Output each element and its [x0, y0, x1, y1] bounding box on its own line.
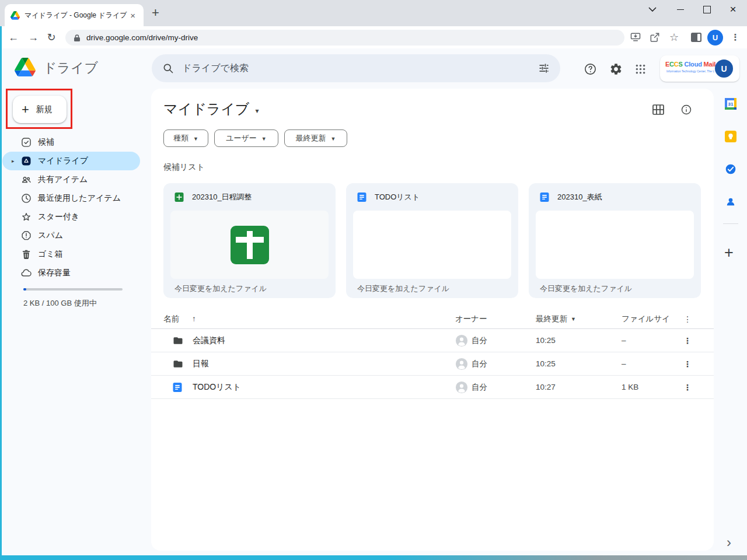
- search-input[interactable]: ドライブで検索: [152, 54, 560, 82]
- forward-icon[interactable]: →: [26, 26, 41, 48]
- grid-view-icon[interactable]: [651, 103, 665, 117]
- search-options-tune-icon[interactable]: [538, 62, 550, 74]
- browser-menu-kebab-icon[interactable]: ⋮: [727, 26, 744, 48]
- contacts-icon[interactable]: [725, 196, 736, 208]
- table-row[interactable]: TODOリスト 自分 10:27 1 KB ⋮: [151, 376, 714, 399]
- row-options-kebab-icon[interactable]: ⋮: [683, 329, 692, 352]
- drive-profile-avatar[interactable]: U: [715, 60, 733, 78]
- url-bar[interactable]: drive.google.com/drive/my-drive: [65, 30, 624, 46]
- sidebar-item-label: マイドライブ: [38, 156, 88, 166]
- clock-icon: [20, 192, 32, 204]
- suggested-card-schedule[interactable]: 202310_日程調整 今日変更を加えたファイル: [163, 183, 336, 298]
- settings-gear-icon[interactable]: [608, 61, 624, 77]
- help-icon[interactable]: [582, 61, 598, 77]
- sidebar-item-recent[interactable]: 最近使用したアイテム: [2, 189, 140, 208]
- sidebar-item-label: 保存容量: [38, 268, 71, 278]
- sidebar-item-trash[interactable]: ゴミ箱: [2, 245, 140, 264]
- chevron-down-icon[interactable]: ▾: [255, 107, 259, 115]
- row-options-kebab-icon[interactable]: ⋮: [683, 376, 692, 398]
- modified-time: 10:25: [536, 352, 556, 375]
- keep-icon[interactable]: [725, 131, 736, 142]
- file-name: 会議資料: [193, 329, 225, 352]
- spam-icon: [20, 230, 32, 242]
- filter-chip-modified[interactable]: 最終更新 ▼: [284, 130, 347, 147]
- suggested-heading: 候補リスト: [163, 162, 205, 173]
- storage-usage-text: 2 KB / 100 GB 使用中: [23, 298, 97, 309]
- drive-favicon-icon: [11, 11, 20, 20]
- table-row[interactable]: 会議資料 自分 10:25 – ⋮: [151, 329, 714, 352]
- tab-search-chevron-icon[interactable]: [639, 0, 666, 19]
- info-icon[interactable]: [679, 103, 693, 117]
- eccs-logo-title: ECCS Cloud Mail: [664, 61, 717, 68]
- window-maximize-button[interactable]: [693, 0, 720, 19]
- sort-ascending-icon[interactable]: ↑: [192, 309, 196, 328]
- browser-tab[interactable]: マイドライブ - Google ドライブ ×: [5, 4, 144, 26]
- apps-grid-icon[interactable]: [632, 61, 648, 77]
- filter-chip-type[interactable]: 種類 ▼: [163, 130, 208, 147]
- filter-chip-people[interactable]: ユーザー ▼: [214, 130, 278, 147]
- tab-close-icon[interactable]: ×: [128, 10, 138, 20]
- people-icon: [20, 174, 32, 186]
- sheets-file-icon: [174, 192, 184, 202]
- browser-tabstrip: マイドライブ - Google ドライブ × + ×: [0, 0, 747, 26]
- file-size: –: [622, 329, 626, 352]
- screen: マイドライブ - Google ドライブ × + × ← → ↻ drive.g…: [0, 0, 747, 560]
- reload-icon[interactable]: ↻: [44, 26, 59, 48]
- card-file-name: TODOリスト: [375, 192, 420, 202]
- window-close-button[interactable]: ×: [720, 0, 746, 19]
- card-caption: 今日変更を加えたファイル: [357, 284, 449, 294]
- card-preview: [353, 211, 511, 279]
- browser-profile-avatar[interactable]: U: [707, 30, 723, 46]
- cloud-icon: [20, 267, 32, 279]
- eccs-logo-subtitle: Information Technology Center, The Unive…: [666, 69, 714, 73]
- owner-avatar: [455, 376, 468, 398]
- suggested-card-cover[interactable]: 202310_表紙 今日変更を加えたファイル: [529, 183, 701, 298]
- row-options-kebab-icon[interactable]: ⋮: [683, 352, 692, 375]
- bookmark-star-icon[interactable]: ☆: [665, 26, 683, 48]
- show-side-panel-chevron-icon[interactable]: ›: [727, 534, 731, 551]
- search-icon: [162, 62, 174, 74]
- file-size: 1 KB: [622, 376, 638, 398]
- page-title[interactable]: マイドライブ: [163, 100, 249, 118]
- column-header-name[interactable]: 名前: [163, 309, 179, 328]
- suggested-card-todo[interactable]: TODOリスト 今日変更を加えたファイル: [346, 183, 518, 298]
- sidebar-item-spam[interactable]: スパム: [2, 226, 140, 245]
- new-tab-button[interactable]: +: [152, 5, 159, 20]
- card-preview: [170, 211, 329, 279]
- browser-toolbar: ← → ↻ drive.google.com/drive/my-drive ☆ …: [0, 26, 747, 48]
- sidebar-item-label: 共有アイテム: [38, 174, 88, 185]
- column-header-size[interactable]: ファイルサイ: [622, 309, 670, 328]
- storage-progress-bar: [23, 288, 123, 290]
- sidebar-item-storage[interactable]: 保存容量: [2, 264, 140, 282]
- home-check-icon: [20, 136, 32, 148]
- sidebar-item-starred[interactable]: スター付き: [2, 208, 140, 226]
- card-file-name: 202310_表紙: [557, 192, 602, 202]
- folder-icon: [172, 352, 184, 375]
- column-header-modified[interactable]: 最終更新 ▼: [536, 309, 576, 328]
- side-panel-icon[interactable]: [687, 26, 705, 48]
- download-icon[interactable]: [627, 26, 644, 48]
- expand-triangle-icon[interactable]: ▸: [12, 158, 15, 164]
- screenshare-border-left: [0, 26, 2, 555]
- sidebar-item-suggested[interactable]: 候補: [2, 133, 140, 152]
- drive-logo-icon[interactable]: [15, 58, 36, 79]
- docs-file-icon: [172, 376, 183, 398]
- share-icon[interactable]: [646, 26, 664, 48]
- filter-chip-label: 最終更新: [296, 133, 326, 144]
- owner-avatar: [455, 352, 468, 375]
- get-addons-plus-icon[interactable]: +: [724, 244, 734, 262]
- column-header-owner[interactable]: オーナー: [455, 309, 487, 328]
- sidebar-item-shared[interactable]: 共有アイテム: [2, 170, 140, 189]
- column-header-modified-label: 最終更新: [536, 314, 567, 324]
- owner-name: 自分: [472, 376, 487, 398]
- table-options-kebab-icon[interactable]: ⋮: [683, 309, 692, 328]
- calendar-icon[interactable]: 31: [725, 98, 736, 110]
- sidebar-item-label: スター付き: [38, 212, 79, 222]
- table-row[interactable]: 日報 自分 10:25 – ⋮: [151, 352, 714, 376]
- tasks-icon[interactable]: [725, 163, 736, 175]
- sidebar-item-my-drive[interactable]: ▸ マイドライブ: [2, 152, 140, 170]
- window-minimize-button[interactable]: [667, 0, 694, 19]
- chevron-down-icon: ▼: [261, 136, 267, 142]
- back-icon[interactable]: ←: [6, 26, 21, 48]
- modified-time: 10:25: [536, 329, 556, 352]
